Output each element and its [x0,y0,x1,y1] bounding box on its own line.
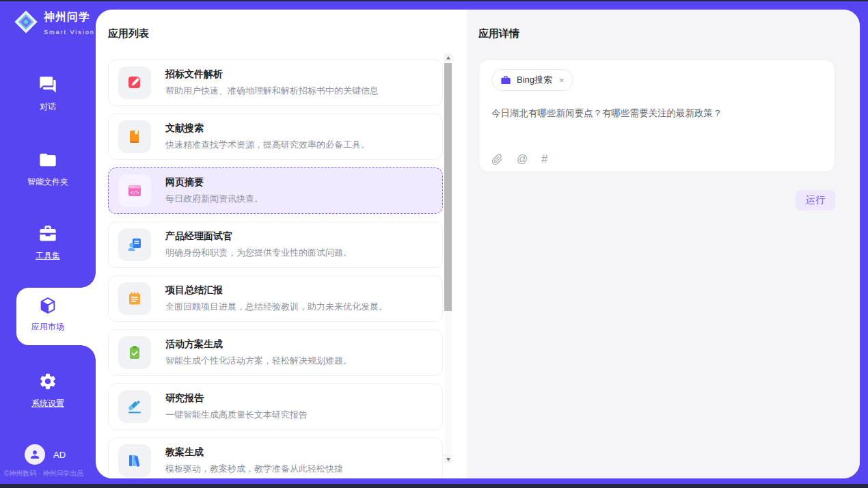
webpage-icon: </> [118,174,151,207]
app-detail-title: 应用详情 [478,27,835,40]
prompt-card: Bing搜索 × 今日湖北有哪些新闻要点？有哪些需要关注的最新政策？ @ # [478,59,835,172]
prompt-input[interactable]: 今日湖北有哪些新闻要点？有哪些需要关注的最新政策？ [491,107,822,120]
toolbox-icon [38,224,57,243]
app-name: 招标文件解析 [165,68,379,81]
app-description: 快速精准查找学术资源，提高研究效率的必备工具。 [165,139,370,151]
sidebar-item-toolset[interactable]: 工具集 [0,224,96,262]
user-name: AD [53,450,66,460]
chat-icon [38,75,57,94]
cube-icon [38,306,57,317]
run-row: 运行 [478,190,835,211]
app-name: 产品经理面试官 [165,230,352,243]
brand-title: 神州问学 [44,10,95,25]
app-name: 文献搜索 [165,122,370,135]
tool-chip-label: Bing搜索 [517,74,552,86]
app-list-scrollbar[interactable] [444,53,452,463]
app-list-item[interactable]: </> 网页摘要 每日政府新闻资讯快查。 [108,167,443,214]
hash-icon[interactable]: # [541,153,547,165]
sidebar-item-chat[interactable]: 对话 [0,75,96,113]
app-name: 教案生成 [165,446,343,459]
sidebar-item-label: 智能文件夹 [0,176,96,188]
gear-icon [38,372,57,391]
app-name: 活动方案生成 [165,338,352,351]
run-button[interactable]: 运行 [796,190,835,211]
app-description: 智能生成个性化活动方案，轻松解决规划难题。 [165,355,352,367]
app-description: 每日政府新闻资讯快查。 [165,193,263,205]
app-frame: 神州问学 Smart Vision 对话 智能文件夹 [0,1,868,484]
books-icon [118,444,151,477]
content-area: 应用列表 招标文件解析 帮助用户快速、准确地理解和解析招标书中的关键信息 文献搜… [96,10,860,478]
user-account[interactable]: AD [25,444,66,465]
app-list-item[interactable]: 招标文件解析 帮助用户快速、准确地理解和解析招标书中的关键信息 [108,59,443,106]
research-icon [118,390,151,423]
brand-subtitle: Smart Vision [44,29,95,36]
sidebar: 神州问学 Smart Vision 对话 智能文件夹 [0,1,96,484]
scrollbar-down-icon[interactable] [444,455,452,463]
plan-check-icon [118,336,151,369]
sidebar-item-label: 对话 [0,101,96,113]
user-avatar-icon [25,444,45,465]
app-description: 一键智能生成高质量长文本研究报告 [165,409,308,421]
app-description: 模板驱动，教案秒成，教学准备从此轻松快捷 [165,463,343,475]
brand: 神州问学 Smart Vision [14,10,95,37]
diamond-logo-icon [14,10,38,37]
app-list-item[interactable]: 文献搜索 快速精准查找学术资源，提高研究效率的必备工具。 [108,113,443,160]
edit-doc-icon [118,66,151,99]
app-description: 帮助用户快速、准确地理解和解析招标书中的关键信息 [165,85,379,97]
input-toolbar: @ # [491,153,547,165]
svg-text:</>: </> [131,190,139,195]
sidebar-item-smart-folder[interactable]: 智能文件夹 [0,150,96,188]
app-list: 招标文件解析 帮助用户快速、准确地理解和解析招标书中的关键信息 文献搜索 快速精… [108,59,443,478]
tool-chip-bing-search[interactable]: Bing搜索 × [491,69,573,91]
app-description: 明确身份和职责，为您提供专业性的面试问题。 [165,247,352,259]
book-icon [118,120,151,153]
sidebar-item-settings[interactable]: 系统设置 [0,372,96,409]
folder-icon [38,150,57,170]
sidebar-item-label: 应用市场 [16,321,79,333]
notes-icon [118,282,151,315]
scrollbar-up-icon[interactable] [444,53,452,62]
app-list-item[interactable]: 产品经理面试官 明确身份和职责，为您提供专业性的面试问题。 [108,221,443,268]
mention-icon[interactable]: @ [517,153,528,165]
app-name: 网页摘要 [165,176,263,189]
close-icon[interactable]: × [558,75,565,85]
interview-icon [118,228,151,261]
app-list-title: 应用列表 [108,27,467,40]
sidebar-item-label: 系统设置 [0,398,96,409]
sidebar-item-label: 工具集 [0,250,96,262]
sidebar-active-bump: 应用市场 [16,288,96,345]
paperclip-icon[interactable] [491,154,503,165]
sidebar-item-app-market[interactable]: 应用市场 [16,296,79,333]
scrollbar-thumb[interactable] [444,63,452,311]
app-list-item[interactable]: 研究报告 一键智能生成高质量长文本研究报告 [108,383,443,430]
app-name: 研究报告 [165,392,308,405]
app-list-panel: 应用列表 招标文件解析 帮助用户快速、准确地理解和解析招标书中的关键信息 文献搜… [96,10,467,478]
app-name: 项目总结汇报 [165,284,388,297]
app-description: 全面回顾项目进展，总结经验教训，助力未来优化发展。 [165,301,388,313]
briefcase-icon [500,74,511,85]
app-list-item[interactable]: 项目总结汇报 全面回顾项目进展，总结经验教训，助力未来优化发展。 [108,275,443,322]
app-list-item[interactable]: 教案生成 模板驱动，教案秒成，教学准备从此轻松快捷 [108,437,443,478]
app-detail-panel: 应用详情 Bing搜索 × 今日湖北有哪些新闻要点？有哪些需要关注的最新政策？ [467,10,860,478]
copyright: ©神州数码 · 神州问学出品 [4,469,96,478]
app-list-item[interactable]: 活动方案生成 智能生成个性化活动方案，轻松解决规划难题。 [108,329,443,376]
